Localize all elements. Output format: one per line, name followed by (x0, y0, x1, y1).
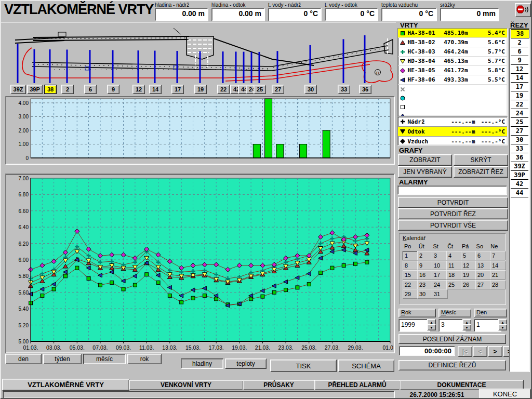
calendar-day-16[interactable]: 16 (417, 270, 433, 280)
cut-item-14[interactable]: 14 (511, 74, 528, 83)
well-row-HF-38-06[interactable]: HF-38-06493.33m5.5°C (398, 75, 507, 85)
tab-p-ehled-alarm-[interactable]: PŘEHLED ALARMŮ (314, 380, 400, 390)
section-button-12[interactable]: 12 (132, 85, 145, 94)
cut-item-22[interactable]: 22 (511, 100, 528, 109)
cut-item-44[interactable]: 44 (511, 189, 528, 197)
summary-row-Nádrž[interactable]: Nádrž---.--m---.-°C (398, 117, 507, 127)
action-button-SCHÉMA[interactable]: SCHÉMA (338, 360, 394, 372)
cut-item-2[interactable]: 2 (511, 38, 528, 47)
section-button-30[interactable]: 30 (304, 85, 317, 94)
view-button-hladiny[interactable]: hladiny (181, 358, 223, 369)
time-field[interactable]: 00:00:00 (399, 346, 455, 356)
calendar-day-14[interactable]: 14 (490, 261, 506, 270)
calendar-day-10[interactable]: 10 (432, 261, 448, 270)
spinner-down-button[interactable]: ▼ (462, 324, 471, 330)
tab-venkovn-vrty[interactable]: VENKOVNÍ VRTY (129, 380, 243, 390)
section-button-9[interactable]: 9 (107, 85, 119, 94)
calendar-day-4[interactable]: 4 (446, 251, 462, 260)
calendar-day-3[interactable]: 3 (432, 251, 448, 260)
calendar-day-5[interactable]: 5 (461, 251, 477, 260)
cut-item-9[interactable]: 9 (511, 56, 528, 65)
section-button-17[interactable]: 17 (171, 85, 184, 94)
cut-item-30[interactable]: 30 (511, 136, 528, 144)
grafy-button-1[interactable]: SKRÝT (454, 154, 508, 166)
cut-item-19[interactable]: 19 (511, 91, 528, 100)
cut-item-42[interactable]: 42 (511, 180, 528, 189)
calendar-day-27[interactable]: 27 (475, 280, 491, 289)
action-button-TISK[interactable]: TISK (270, 360, 337, 372)
record-nav-2[interactable]: > (488, 346, 502, 357)
calendar-day-21[interactable]: 21 (490, 270, 506, 280)
calendar-day-31[interactable]: 31 (432, 289, 448, 299)
cut-item-33[interactable]: 33 (511, 144, 528, 153)
period-button-den[interactable]: den (5, 354, 42, 364)
well-row-HD-38-04[interactable]: HD-38-04465.13m5.7°C (398, 57, 507, 66)
tab-vztlakom-rn-vrty[interactable]: VZTLAKOMĚRNÉ VRTY (2, 379, 129, 391)
section-button-6[interactable]: 6 (84, 85, 97, 94)
section-button-27[interactable]: 27 (272, 85, 284, 94)
calendar-day-8[interactable]: 8 (403, 261, 419, 270)
section-button-33[interactable]: 33 (338, 85, 350, 94)
calendar-day-20[interactable]: 20 (475, 270, 491, 280)
cut-item-6[interactable]: 6 (511, 47, 528, 56)
alarm-button-2[interactable]: POTVRDIT VŠE (398, 220, 508, 231)
alarm-button-0[interactable]: POTVRDIT (398, 197, 508, 208)
calendar-day-28[interactable]: 28 (490, 280, 506, 289)
calendar-day-29[interactable]: 29 (403, 289, 419, 299)
section-button-38[interactable]: 38 (44, 85, 57, 94)
well-row-empty-0[interactable] (398, 85, 507, 94)
view-button-teploty[interactable]: teploty (225, 358, 267, 369)
summary-row-Odtok[interactable]: Odtok---.--m---.-°C (398, 127, 507, 137)
section-button-22[interactable]: 22 (217, 85, 230, 94)
well-row-empty-2[interactable] (398, 102, 507, 111)
calendar-day-11[interactable]: 11 (446, 261, 462, 270)
cut-item-27[interactable]: 27 (511, 127, 528, 136)
calendar-day-26[interactable]: 26 (461, 280, 477, 289)
calendar-day-2[interactable]: 2 (417, 251, 433, 260)
period-button-týden[interactable]: týden (43, 354, 82, 364)
spinner-down-button[interactable]: ▼ (498, 324, 507, 330)
calendar-day-15[interactable]: 15 (403, 270, 419, 280)
cut-item-39P[interactable]: 39P (511, 171, 528, 180)
spinner-down-button[interactable]: ▼ (427, 324, 436, 330)
grafy-button-0[interactable]: ZOBRAZIT (398, 154, 452, 166)
record-nav-1[interactable]: < (473, 346, 487, 357)
calendar-day-22[interactable]: 22 (403, 280, 419, 289)
spinner-value[interactable]: 1999 (398, 319, 430, 332)
calendar-day-23[interactable]: 23 (417, 280, 433, 289)
calendar-day-1[interactable]: 1 (403, 251, 419, 260)
calendar-day-13[interactable]: 13 (475, 261, 491, 270)
define-sections-button[interactable]: DEFINICE ŘEZŮ (398, 360, 506, 370)
well-row-HB-38-02[interactable]: HB-38-02470.39m5.6°C (398, 38, 507, 47)
section-button-25[interactable]: 25 (254, 85, 266, 94)
well-row-empty-1[interactable] (398, 94, 507, 102)
well-row-HA-38-01[interactable]: HA-38-01485.10m5.4°C (398, 29, 507, 38)
alarm-mute-button[interactable] (515, 3, 531, 17)
cut-item-17[interactable]: 17 (511, 83, 528, 91)
spinner-value[interactable]: 1 (474, 319, 501, 332)
calendar-day-30[interactable]: 30 (417, 289, 433, 299)
section-button-39Z[interactable]: 39Z (10, 85, 26, 94)
cut-item-12[interactable]: 12 (511, 65, 528, 74)
well-row-HC-38-03[interactable]: HC-38-03464.24m5.7°C (398, 47, 507, 57)
calendar-day-12[interactable]: 12 (461, 261, 477, 270)
cut-item-39Z[interactable]: 39Z (511, 162, 528, 171)
period-button-rok[interactable]: rok (127, 354, 162, 364)
calendar-day-25[interactable]: 25 (446, 280, 462, 289)
spinner-value[interactable]: 3 (438, 319, 466, 332)
calendar-day-9[interactable]: 9 (417, 261, 433, 270)
grafy-button-3[interactable]: ZOBRAZIT ŘEZ (454, 166, 508, 178)
calendar-day-18[interactable]: 18 (446, 270, 462, 280)
period-button-měsíc[interactable]: měsíc (83, 354, 126, 364)
record-nav-0[interactable]: |< (458, 346, 472, 357)
calendar-day-17[interactable]: 17 (432, 270, 448, 280)
calendar-day-24[interactable]: 24 (432, 280, 448, 289)
section-button-36[interactable]: 36 (359, 85, 371, 94)
last-record-button[interactable]: POSLEDNÍ ZÁZNAM (398, 334, 506, 344)
exit-button[interactable]: KONEC (479, 389, 531, 399)
calendar-day-6[interactable]: 6 (475, 251, 491, 260)
cut-item-36[interactable]: 36 (511, 153, 528, 162)
section-button-2[interactable]: 2 (61, 85, 74, 94)
tab-pr-saky[interactable]: PRŮSAKY (243, 380, 315, 390)
calendar-day-19[interactable]: 19 (461, 270, 477, 280)
